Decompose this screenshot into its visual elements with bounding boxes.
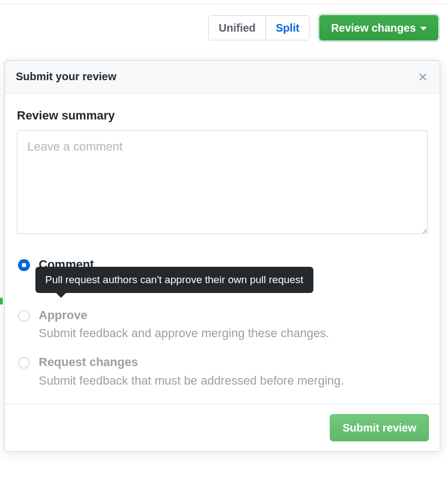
option-request-changes: Request changes Submit feedback that mus…: [17, 354, 428, 390]
option-comment[interactable]: Comment al.: [17, 256, 428, 304]
option-request-changes-desc: Submit feedback that must be addressed b…: [39, 372, 344, 390]
option-comment-desc-trail: al.: [39, 274, 94, 292]
review-options: Pull request authors can't approve their…: [17, 256, 428, 390]
top-divider: [0, 0, 448, 4]
radio-comment[interactable]: [18, 259, 30, 271]
tab-unified[interactable]: Unified: [209, 16, 265, 40]
option-request-changes-text: Request changes Submit feedback that mus…: [39, 354, 344, 390]
review-changes-label: Review changes: [331, 22, 416, 34]
panel-header: Submit your review: [5, 61, 440, 93]
review-summary-label: Review summary: [17, 109, 428, 123]
panel-title: Submit your review: [16, 70, 117, 83]
radio-request-changes: [18, 357, 30, 369]
radio-approve: [18, 310, 30, 322]
panel-body: Review summary Pull request authors can'…: [5, 93, 440, 404]
toolbar: Unified Split Review changes: [0, 4, 448, 40]
option-approve-desc: Submit feedback and approve merging thes…: [39, 325, 329, 342]
submit-review-button[interactable]: Submit review: [330, 414, 429, 441]
option-comment-title: Comment: [39, 256, 94, 273]
option-approve-title: Approve: [39, 307, 329, 324]
diff-view-segmented: Unified Split: [208, 15, 310, 40]
option-approve-text: Approve Submit feedback and approve merg…: [39, 307, 329, 343]
review-panel: Submit your review Review summary Pull r…: [4, 60, 440, 452]
review-comment-textarea[interactable]: [17, 130, 428, 234]
option-comment-text: Comment al.: [39, 256, 94, 292]
close-icon[interactable]: [417, 71, 429, 83]
panel-footer: Submit review: [5, 404, 440, 451]
caret-down-icon: [420, 27, 427, 31]
review-changes-button[interactable]: Review changes: [319, 15, 438, 40]
page-root: Unified Split Review changes Submit your…: [0, 0, 448, 503]
tab-split[interactable]: Split: [265, 16, 309, 40]
option-approve: Approve Submit feedback and approve merg…: [17, 307, 428, 355]
diff-green-sliver: [0, 298, 3, 304]
option-request-changes-title: Request changes: [39, 354, 344, 371]
